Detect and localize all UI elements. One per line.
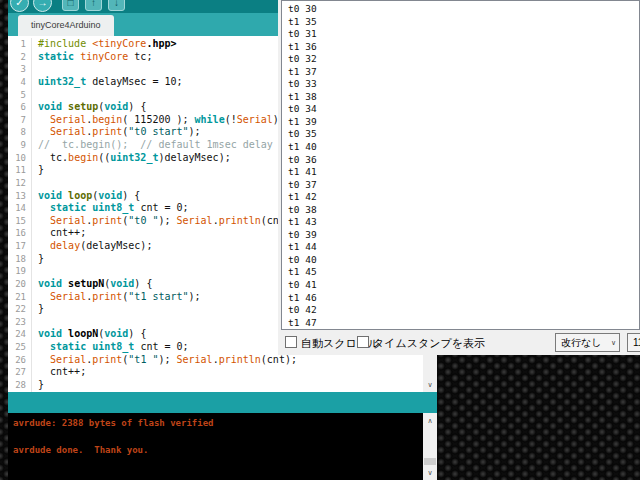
code-text: } — [38, 253, 44, 266]
line-number: 9 — [8, 139, 32, 152]
console-scrollbar[interactable]: ∧ ∨ — [423, 413, 437, 480]
code-text: } — [38, 303, 44, 316]
serial-line: t1 38 — [288, 91, 639, 104]
code-text: Serial.print("t0 "); Serial.println(cnt)… — [38, 215, 297, 228]
line-number: 12 — [8, 177, 32, 190]
line-number: 19 — [8, 265, 32, 278]
line-number: 24 — [8, 328, 32, 341]
serial-line: t0 30 — [288, 3, 639, 16]
serial-line: t0 35 — [288, 128, 639, 141]
code-text: void loopN(void) { — [38, 328, 146, 341]
serial-line: t0 42 — [288, 304, 639, 317]
code-text: } — [38, 379, 44, 392]
line-number: 27 — [8, 366, 32, 379]
output-console[interactable]: avrdude: 2388 bytes of flash verified av… — [8, 413, 437, 480]
serial-lines: t0 30t1 35t0 31t1 36t0 32t1 37t0 33t1 38… — [282, 1, 639, 329]
code-text: static uint8_t cnt = 0; — [38, 202, 189, 215]
code-line: 26 Serial.print("t1 "); Serial.println(c… — [8, 354, 437, 367]
serial-line: t1 43 — [288, 216, 639, 229]
line-number: 28 — [8, 379, 32, 392]
code-text: void setupN(void) { — [38, 278, 152, 291]
code-text: Serial.print("t1 "); Serial.println(cnt)… — [38, 354, 297, 367]
line-number: 23 — [8, 316, 32, 329]
serial-line: t1 44 — [288, 241, 639, 254]
line-number: 11 — [8, 164, 32, 177]
serial-line: t0 36 — [288, 154, 639, 167]
tab-tinycore4arduino[interactable]: tinyCore4Arduino — [18, 15, 114, 36]
line-number: 21 — [8, 291, 32, 304]
line-number: 6 — [8, 101, 32, 114]
line-number: 18 — [8, 253, 32, 266]
line-ending-dropdown[interactable]: 改行なし ∨ — [555, 333, 620, 352]
line-number: 8 — [8, 126, 32, 139]
serial-line: t0 40 — [288, 254, 639, 267]
line-number: 4 — [8, 76, 32, 89]
editor-scroll-down-icon[interactable]: ∨ — [423, 377, 437, 392]
line-number: 22 — [8, 303, 32, 316]
line-number: 14 — [8, 202, 32, 215]
serial-line: t1 36 — [288, 41, 639, 54]
line-number: 25 — [8, 341, 32, 354]
line-number: 20 — [8, 278, 32, 291]
code-line: 27 cnt++; — [8, 366, 437, 379]
line-number: 1 — [8, 38, 32, 51]
code-text: Serial.print("t0 start"); — [38, 126, 201, 139]
timestamp-label: タイムスタンプを表示 — [373, 336, 485, 351]
code-text: void loop(void) { — [38, 190, 140, 203]
line-number: 26 — [8, 354, 32, 367]
code-text: #include <tinyCore.hpp> — [38, 38, 176, 51]
verify-button[interactable]: ✓ — [10, 0, 29, 12]
console-line: avrdude: 2388 bytes of flash verified — [13, 417, 419, 431]
code-line: 28} — [8, 379, 437, 392]
line-number: 2 — [8, 51, 32, 64]
serial-line: t1 42 — [288, 191, 639, 204]
ide-status-bar — [8, 392, 437, 413]
open-sketch-button[interactable]: ↑ — [85, 0, 102, 11]
code-text: tc.begin((uint32_t)delayMsec); — [38, 152, 231, 165]
console-line: avrdude done. Thank you. — [13, 444, 419, 458]
line-ending-value: 改行なし — [561, 337, 601, 348]
serial-output[interactable]: t0 30t1 35t0 31t1 36t0 32t1 37t0 33t1 38… — [281, 0, 640, 330]
console-scroll-up-icon[interactable]: ∧ — [423, 413, 437, 428]
timestamp-checkbox[interactable] — [357, 336, 369, 348]
code-text: uint32_t delayMsec = 10; — [38, 76, 183, 89]
line-number: 16 — [8, 227, 32, 240]
new-sketch-button[interactable]: □ — [62, 0, 79, 11]
chevron-down-icon: ∨ — [611, 334, 616, 351]
code-text: cnt++; — [38, 366, 86, 379]
code-text: Serial.begin( 115200 ); while(!Serial); — [38, 114, 285, 127]
serial-line: t1 35 — [288, 16, 639, 29]
serial-line: t0 31 — [288, 28, 639, 41]
serial-line: t0 37 — [288, 179, 639, 192]
baud-rate-dropdown[interactable]: 115200 bps — [627, 333, 640, 352]
serial-line: t1 45 — [288, 266, 639, 279]
console-line — [13, 431, 419, 445]
autoscroll-checkbox[interactable] — [285, 336, 297, 348]
line-number: 5 — [8, 89, 32, 102]
code-text: // tc.begin(); // default 1msec delay — [38, 139, 273, 152]
serial-line: t0 33 — [288, 78, 639, 91]
upload-button[interactable]: → — [33, 0, 52, 12]
serial-line: t0 38 — [288, 204, 639, 217]
serial-line: t1 37 — [288, 66, 639, 79]
code-text: cnt++; — [38, 227, 86, 240]
save-sketch-button[interactable]: ↓ — [108, 0, 125, 11]
code-text: } — [38, 164, 44, 177]
console-scroll-down-icon[interactable]: ∨ — [423, 465, 437, 480]
serial-line: t1 39 — [288, 116, 639, 129]
serial-line: t0 41 — [288, 279, 639, 292]
code-text: static uint8_t cnt = 0; — [38, 341, 189, 354]
code-text: static tinyCore tc; — [38, 51, 152, 64]
baud-rate-value: 115200 bps — [633, 337, 640, 348]
line-number: 15 — [8, 215, 32, 228]
code-text: Serial.print("t1 start"); — [38, 291, 201, 304]
code-text: void setup(void) { — [38, 101, 146, 114]
line-number: 3 — [8, 63, 32, 76]
serial-line: t0 39 — [288, 229, 639, 242]
line-number: 17 — [8, 240, 32, 253]
serial-line: t1 41 — [288, 166, 639, 179]
line-number: 13 — [8, 190, 32, 203]
serial-line: t0 34 — [288, 103, 639, 116]
serial-line: t1 40 — [288, 141, 639, 154]
code-text: delay(delayMsec); — [38, 240, 152, 253]
